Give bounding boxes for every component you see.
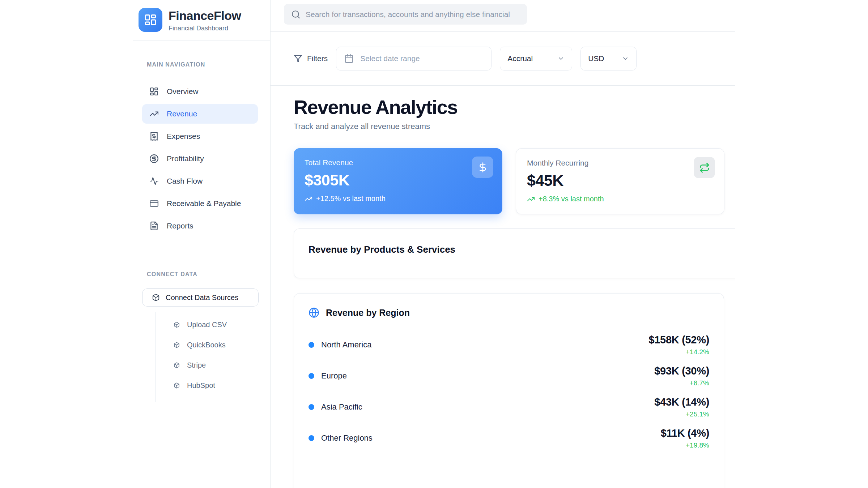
date-range-input[interactable]: Select date range [336,47,492,70]
regions-header: Revenue by Region [309,307,709,318]
region-name: Asia Pacific [321,402,362,412]
brand-name: FinanceFlow [169,9,241,23]
region-row-europe: Europe $93K (30%) +8.7% [309,365,709,387]
sidebar: FinanceFlow Financial Dashboard MAIN NAV… [133,0,271,488]
region-value: $93K (30%) [654,365,709,377]
globe-icon [309,307,319,318]
region-row-north-america: North America $158K (52%) +14.2% [309,334,709,356]
topbar [271,0,735,32]
app-canvas: FinanceFlow Financial Dashboard MAIN NAV… [0,0,868,488]
chevron-down-icon [622,55,629,62]
region-dot-icon [309,435,314,441]
cube-icon [152,294,160,301]
sidebar-item-cash-flow[interactable]: Cash Flow [142,171,258,191]
region-right: $93K (30%) +8.7% [654,365,709,387]
source-item-stripe[interactable]: Stripe [156,357,270,373]
search-icon [291,10,301,19]
brand-logo-icon [139,8,162,32]
kpi-trend: +12.5% vs last month [305,194,492,203]
sidebar-item-label: Cash Flow [167,177,203,185]
source-item-label: Stripe [187,361,206,369]
source-item-label: Upload CSV [187,321,227,329]
page-title: Revenue Analytics [294,96,735,118]
sidebar-item-expenses[interactable]: Expenses [142,127,258,146]
sidebar-item-label: Expenses [167,132,200,141]
region-left: Asia Pacific [309,402,362,412]
trending-up-icon [305,195,312,203]
trending-up-icon [149,109,159,119]
file-text-icon [149,221,159,231]
total-revenue-card: Total Revenue $305K +12.5% vs last month [294,148,502,214]
source-item-hubspot[interactable]: HubSpot [156,377,270,393]
regions-card-title: Revenue by Region [326,308,410,318]
revenue-by-region-card: Revenue by Region North America $158K (5… [294,293,724,488]
accounting-basis-value: Accrual [507,54,533,63]
content: Revenue Analytics Track and analyze all … [271,86,735,488]
page-subtitle: Track and analyze all revenue streams [294,122,735,131]
region-left: Europe [309,371,347,381]
receipt-icon [149,132,159,141]
dashboard-grid-icon [149,87,159,96]
sidebar-item-receivable-payable[interactable]: Receivable & Payable [142,194,258,213]
cube-icon [174,362,180,368]
region-row-other-regions: Other Regions $11K (4%) +19.8% [309,427,709,449]
sidebar-item-overview[interactable]: Overview [142,82,258,101]
sidebar-item-label: Reports [167,222,193,230]
connect-data-sources-label: Connect Data Sources [166,294,238,302]
filters-label: Filters [307,54,328,63]
brand-header: FinanceFlow Financial Dashboard [133,0,270,40]
kpi-trend: +8.3% vs last month [527,195,713,203]
source-item-upload-csv[interactable]: Upload CSV [156,317,270,333]
dollar-icon [472,157,493,178]
trending-up-icon [527,195,535,203]
region-value: $43K (14%) [654,396,709,408]
region-right: $158K (52%) +14.2% [648,334,709,356]
cube-icon [174,382,180,389]
sidebar-item-profitability[interactable]: Profitability [142,149,258,168]
region-value: $158K (52%) [648,334,709,346]
connect-data-label: CONNECT DATA [147,271,270,278]
region-right: $43K (14%) +25.1% [654,396,709,418]
region-change: +19.8% [661,441,709,449]
source-item-label: QuickBooks [187,341,226,349]
kpi-value: $305K [305,171,492,189]
region-list: North America $158K (52%) +14.2% Europe [309,334,709,449]
chevron-down-icon [557,55,565,62]
region-change: +8.7% [654,379,709,387]
repeat-icon [694,157,715,178]
main-navigation: Overview Revenue Expenses [142,82,258,236]
filter-bar: Filters Select date range Accrual [271,32,735,86]
source-item-quickbooks[interactable]: QuickBooks [156,337,270,353]
global-search[interactable] [284,4,527,25]
region-right: $11K (4%) +19.8% [661,427,709,449]
dollar-circle-icon [149,154,159,163]
data-source-list: Upload CSV QuickBooks St [156,312,270,402]
date-range-placeholder: Select date range [360,54,420,63]
region-row-asia-pacific: Asia Pacific $43K (14%) +25.1% [309,396,709,418]
sidebar-item-revenue[interactable]: Revenue [142,104,258,124]
filter-funnel-icon [294,54,302,63]
region-dot-icon [309,342,314,348]
region-change: +25.1% [654,410,709,418]
connect-data-sources-button[interactable]: Connect Data Sources [142,288,259,307]
region-name: North America [321,340,371,350]
sidebar-item-label: Revenue [167,110,197,118]
kpi-trend-text: +8.3% vs last month [539,195,604,203]
kpi-label: Monthly Recurring [527,159,713,167]
credit-card-icon [149,199,159,208]
revenue-by-products-card: Revenue by Products & Services [294,228,735,278]
region-name: Europe [321,371,347,381]
region-left: Other Regions [309,433,373,443]
brand-tagline: Financial Dashboard [169,25,241,32]
region-change: +14.2% [648,348,709,356]
kpi-label: Total Revenue [305,158,492,167]
region-dot-icon [309,373,314,379]
activity-icon [149,176,159,186]
accounting-basis-select[interactable]: Accrual [500,47,572,70]
sidebar-item-label: Receivable & Payable [167,199,241,208]
currency-select[interactable]: USD [580,47,637,70]
search-input[interactable] [306,10,520,19]
sidebar-item-reports[interactable]: Reports [142,216,258,236]
filters-button[interactable]: Filters [294,54,328,63]
monthly-recurring-card: Monthly Recurring $45K +8.3% vs last mon… [516,148,724,214]
